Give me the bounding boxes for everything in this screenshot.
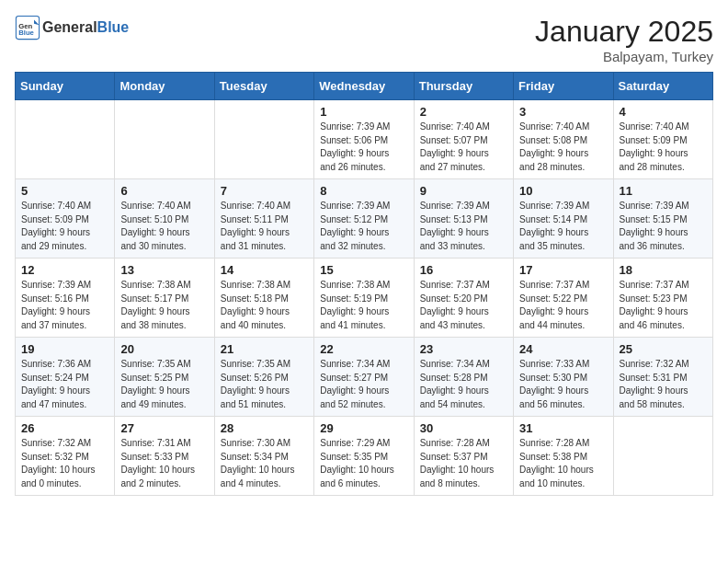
day-info: Sunrise: 7:40 AM Sunset: 5:10 PM Dayligh… [120, 200, 208, 253]
weekday-header-saturday: Saturday [613, 73, 712, 100]
day-info: Sunrise: 7:39 AM Sunset: 5:14 PM Dayligh… [519, 200, 607, 253]
calendar-week-3: 12Sunrise: 7:39 AM Sunset: 5:16 PM Dayli… [16, 259, 713, 338]
day-info: Sunrise: 7:40 AM Sunset: 5:11 PM Dayligh… [221, 200, 308, 253]
day-info: Sunrise: 7:32 AM Sunset: 5:32 PM Dayligh… [21, 437, 108, 490]
day-number: 10 [519, 184, 607, 198]
calendar-cell: 10Sunrise: 7:39 AM Sunset: 5:14 PM Dayli… [514, 179, 613, 259]
calendar-cell: 29Sunrise: 7:29 AM Sunset: 5:35 PM Dayli… [314, 417, 414, 496]
day-info: Sunrise: 7:34 AM Sunset: 5:28 PM Dayligh… [420, 358, 507, 411]
day-number: 8 [320, 184, 407, 198]
day-info: Sunrise: 7:34 AM Sunset: 5:27 PM Dayligh… [320, 358, 407, 411]
day-number: 26 [21, 421, 108, 435]
day-number: 1 [320, 105, 407, 119]
calendar-cell: 28Sunrise: 7:30 AM Sunset: 5:34 PM Dayli… [214, 417, 313, 496]
calendar-cell: 1Sunrise: 7:39 AM Sunset: 5:06 PM Daylig… [314, 100, 414, 179]
day-info: Sunrise: 7:40 AM Sunset: 5:09 PM Dayligh… [21, 200, 108, 253]
calendar-cell: 8Sunrise: 7:39 AM Sunset: 5:12 PM Daylig… [314, 179, 414, 259]
calendar-cell: 14Sunrise: 7:38 AM Sunset: 5:18 PM Dayli… [214, 259, 313, 338]
day-info: Sunrise: 7:40 AM Sunset: 5:07 PM Dayligh… [420, 121, 507, 174]
weekday-header-tuesday: Tuesday [214, 73, 313, 100]
day-number: 20 [120, 342, 208, 356]
day-number: 29 [320, 421, 407, 435]
weekday-header-row: SundayMondayTuesdayWednesdayThursdayFrid… [16, 73, 713, 100]
day-info: Sunrise: 7:37 AM Sunset: 5:23 PM Dayligh… [620, 279, 707, 332]
calendar-cell [214, 100, 313, 179]
calendar-cell: 12Sunrise: 7:39 AM Sunset: 5:16 PM Dayli… [16, 259, 115, 338]
title-block: January 2025 Balpayam, Turkey [535, 15, 713, 64]
day-info: Sunrise: 7:37 AM Sunset: 5:20 PM Dayligh… [420, 279, 507, 332]
day-info: Sunrise: 7:31 AM Sunset: 5:33 PM Dayligh… [120, 437, 208, 490]
day-number: 5 [21, 184, 108, 198]
logo-icon: Gen Blue [15, 15, 40, 40]
weekday-header-monday: Monday [115, 73, 214, 100]
day-number: 15 [320, 263, 407, 277]
day-number: 13 [120, 263, 208, 277]
calendar-table: SundayMondayTuesdayWednesdayThursdayFrid… [15, 72, 713, 496]
calendar-cell [16, 100, 115, 179]
calendar-cell: 23Sunrise: 7:34 AM Sunset: 5:28 PM Dayli… [414, 338, 513, 417]
day-info: Sunrise: 7:40 AM Sunset: 5:09 PM Dayligh… [620, 121, 707, 174]
weekday-header-sunday: Sunday [16, 73, 115, 100]
day-number: 25 [620, 342, 707, 356]
day-info: Sunrise: 7:33 AM Sunset: 5:30 PM Dayligh… [519, 358, 607, 411]
day-info: Sunrise: 7:36 AM Sunset: 5:24 PM Dayligh… [21, 358, 108, 411]
day-number: 17 [519, 263, 607, 277]
day-info: Sunrise: 7:35 AM Sunset: 5:26 PM Dayligh… [221, 358, 308, 411]
day-info: Sunrise: 7:38 AM Sunset: 5:19 PM Dayligh… [320, 279, 407, 332]
day-info: Sunrise: 7:28 AM Sunset: 5:37 PM Dayligh… [420, 437, 507, 490]
day-info: Sunrise: 7:39 AM Sunset: 5:06 PM Dayligh… [320, 121, 407, 174]
calendar-week-2: 5Sunrise: 7:40 AM Sunset: 5:09 PM Daylig… [16, 179, 713, 259]
calendar-cell: 31Sunrise: 7:28 AM Sunset: 5:38 PM Dayli… [514, 417, 613, 496]
svg-text:Blue: Blue [18, 29, 34, 37]
day-number: 4 [620, 105, 707, 119]
calendar-cell: 17Sunrise: 7:37 AM Sunset: 5:22 PM Dayli… [514, 259, 613, 338]
location-title: Balpayam, Turkey [535, 49, 713, 64]
logo-general-text: General [42, 19, 97, 35]
day-number: 22 [320, 342, 407, 356]
page-header: Gen Blue GeneralBlue January 2025 Balpay… [15, 15, 713, 64]
day-number: 3 [519, 105, 607, 119]
logo: Gen Blue GeneralBlue [15, 15, 129, 40]
calendar-cell: 2Sunrise: 7:40 AM Sunset: 5:07 PM Daylig… [414, 100, 513, 179]
day-info: Sunrise: 7:30 AM Sunset: 5:34 PM Dayligh… [221, 437, 308, 490]
day-number: 6 [120, 184, 208, 198]
calendar-cell: 22Sunrise: 7:34 AM Sunset: 5:27 PM Dayli… [314, 338, 414, 417]
day-info: Sunrise: 7:40 AM Sunset: 5:08 PM Dayligh… [519, 121, 607, 174]
calendar-cell [613, 417, 712, 496]
day-number: 16 [420, 263, 507, 277]
calendar-cell: 7Sunrise: 7:40 AM Sunset: 5:11 PM Daylig… [214, 179, 313, 259]
calendar-cell: 4Sunrise: 7:40 AM Sunset: 5:09 PM Daylig… [613, 100, 712, 179]
calendar-cell [115, 100, 214, 179]
weekday-header-friday: Friday [514, 73, 613, 100]
calendar-week-4: 19Sunrise: 7:36 AM Sunset: 5:24 PM Dayli… [16, 338, 713, 417]
day-info: Sunrise: 7:28 AM Sunset: 5:38 PM Dayligh… [519, 437, 607, 490]
day-info: Sunrise: 7:32 AM Sunset: 5:31 PM Dayligh… [620, 358, 707, 411]
calendar-week-1: 1Sunrise: 7:39 AM Sunset: 5:06 PM Daylig… [16, 100, 713, 179]
calendar-cell: 24Sunrise: 7:33 AM Sunset: 5:30 PM Dayli… [514, 338, 613, 417]
calendar-cell: 13Sunrise: 7:38 AM Sunset: 5:17 PM Dayli… [115, 259, 214, 338]
day-number: 9 [420, 184, 507, 198]
day-info: Sunrise: 7:37 AM Sunset: 5:22 PM Dayligh… [519, 279, 607, 332]
calendar-cell: 15Sunrise: 7:38 AM Sunset: 5:19 PM Dayli… [314, 259, 414, 338]
calendar-cell: 26Sunrise: 7:32 AM Sunset: 5:32 PM Dayli… [16, 417, 115, 496]
day-info: Sunrise: 7:39 AM Sunset: 5:12 PM Dayligh… [320, 200, 407, 253]
calendar-cell: 11Sunrise: 7:39 AM Sunset: 5:15 PM Dayli… [613, 179, 712, 259]
calendar-cell: 6Sunrise: 7:40 AM Sunset: 5:10 PM Daylig… [115, 179, 214, 259]
weekday-header-thursday: Thursday [414, 73, 513, 100]
day-number: 24 [519, 342, 607, 356]
day-number: 7 [221, 184, 308, 198]
logo-blue-text: Blue [97, 19, 130, 35]
calendar-cell: 30Sunrise: 7:28 AM Sunset: 5:37 PM Dayli… [414, 417, 513, 496]
calendar-week-5: 26Sunrise: 7:32 AM Sunset: 5:32 PM Dayli… [16, 417, 713, 496]
day-number: 21 [221, 342, 308, 356]
calendar-cell: 21Sunrise: 7:35 AM Sunset: 5:26 PM Dayli… [214, 338, 313, 417]
calendar-cell: 5Sunrise: 7:40 AM Sunset: 5:09 PM Daylig… [16, 179, 115, 259]
day-number: 28 [221, 421, 308, 435]
calendar-cell: 27Sunrise: 7:31 AM Sunset: 5:33 PM Dayli… [115, 417, 214, 496]
day-number: 19 [21, 342, 108, 356]
day-number: 27 [120, 421, 208, 435]
calendar-cell: 9Sunrise: 7:39 AM Sunset: 5:13 PM Daylig… [414, 179, 513, 259]
day-info: Sunrise: 7:39 AM Sunset: 5:16 PM Dayligh… [21, 279, 108, 332]
day-number: 12 [21, 263, 108, 277]
calendar-cell: 19Sunrise: 7:36 AM Sunset: 5:24 PM Dayli… [16, 338, 115, 417]
